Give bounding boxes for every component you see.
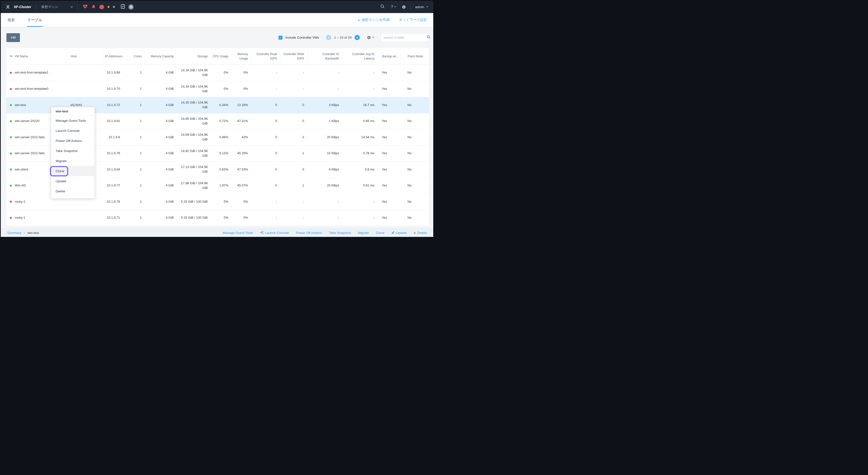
task-count-badge[interactable]: 0: [128, 4, 133, 9]
vm-name[interactable]: win-server-2022-failo: [15, 135, 44, 140]
app-window: X XF-Cluster 仮想マシン 0: [0, 0, 434, 238]
table-settings-gear-icon[interactable]: [367, 35, 374, 40]
vm-name[interactable]: rocky-2: [15, 199, 25, 204]
entity-menu-label: 仮想マシン: [41, 5, 58, 9]
context-menu-item-launch-console[interactable]: Launch Console: [51, 126, 94, 136]
vm-name[interactable]: win-server-2022-failo: [15, 151, 44, 156]
search-icon[interactable]: [380, 4, 385, 9]
cell-cores: 1: [127, 97, 144, 113]
pencil-icon: [392, 231, 395, 235]
context-menu-item-clone[interactable]: Clone: [51, 166, 94, 176]
previous-page-button[interactable]: [326, 35, 331, 40]
cell-io_bandwidth: -: [308, 210, 342, 226]
cell-value: 5.13%: [219, 151, 228, 156]
tab-overview[interactable]: 概要: [7, 13, 15, 27]
cell-mem: 45.07%: [232, 178, 251, 194]
tasks-clipboard-icon[interactable]: [121, 4, 125, 10]
cell-value: 3: [302, 135, 304, 140]
cell-cpu: 5.13%: [211, 146, 232, 162]
info-dot-icon[interactable]: [113, 6, 115, 8]
footer-action-update[interactable]: Update: [392, 231, 407, 235]
context-menu-item-migrate[interactable]: Migrate: [51, 156, 94, 166]
column-header[interactable]: Storage: [176, 48, 211, 64]
context-menu-item-manage-guest-tools[interactable]: Manage Guest Tools: [51, 116, 94, 126]
cell-memory: 4 GiB: [144, 178, 176, 194]
cell-value: 0: [302, 119, 304, 124]
column-header[interactable]: Controller Read IOPS: [251, 48, 280, 64]
cell-value: 0%: [243, 216, 248, 220]
cell-value: 10.1.9.78: [107, 199, 120, 204]
vm-name[interactable]: win-test-from-template1: [15, 70, 49, 75]
column-header[interactable]: Controller IO Bandwidth: [308, 48, 342, 64]
cell-value: 16.7 ms: [363, 103, 374, 107]
cell-backup: Yes: [377, 146, 401, 162]
context-menu-item-take-snapshot[interactable]: Take Snapshot: [51, 146, 94, 156]
footer-action-label: Update: [396, 231, 407, 235]
footer-action-launch-console[interactable]: Launch Console: [260, 231, 289, 235]
cell-value: -: [276, 216, 277, 220]
column-header[interactable]: Memory Usage: [232, 48, 251, 64]
vm-name[interactable]: win-client: [15, 167, 28, 172]
footer-action-migrate[interactable]: Migrate: [358, 231, 369, 235]
cell-value: Yes: [382, 135, 387, 140]
settings-gear-icon[interactable]: [402, 5, 406, 9]
health-heart-icon[interactable]: [83, 4, 88, 10]
nutanix-x-logo-icon[interactable]: X: [6, 4, 9, 10]
warning-dot-icon[interactable]: [107, 6, 110, 8]
cell-cpu: 0%: [211, 194, 232, 210]
cell-memory: 4 GiB: [144, 65, 176, 81]
column-header[interactable]: CPU Usage: [211, 48, 232, 64]
context-menu-item-update[interactable]: Update: [51, 176, 94, 186]
cell-value: 0.72%: [219, 119, 228, 124]
footer-action-delete[interactable]: ×Delete: [413, 231, 427, 235]
include-controller-vms-checkbox[interactable]: ✓: [279, 36, 282, 40]
footer-action-power-off-actions[interactable]: Power Off Actions: [296, 231, 322, 235]
user-menu-label[interactable]: admin: [415, 5, 424, 9]
network-config-link[interactable]: ネットワーク設定: [399, 18, 427, 22]
breadcrumb-summary-link[interactable]: Summary: [7, 231, 22, 235]
cell-io_bandwidth: 20 KBps: [308, 178, 342, 194]
next-page-button[interactable]: [354, 35, 360, 40]
cluster-name: XF-Cluster: [14, 5, 31, 9]
column-header[interactable]: Cores: [127, 48, 144, 64]
table-search-input[interactable]: [383, 36, 427, 39]
table-row[interactable]: rocky-110.1.9.7114 GiB5.33 GiB / 100 GiB…: [6, 210, 429, 226]
critical-alert-dot-icon[interactable]: [99, 5, 104, 9]
column-header[interactable]: IP Addresses: [103, 48, 127, 64]
column-header[interactable]: Controller Avg IO Latency: [342, 48, 377, 64]
column-header-label: Memory Capacity: [151, 54, 174, 59]
context-menu-item-delete[interactable]: Delete: [51, 186, 94, 196]
vm-name[interactable]: win-server-20220: [15, 119, 39, 124]
footer-action-take-snapshot[interactable]: Take Snapshot: [329, 231, 351, 235]
cell-value: 1: [140, 87, 142, 91]
search-icon: [427, 35, 431, 40]
column-header[interactable]: Memory Capacity: [144, 48, 176, 64]
vm-name[interactable]: win-test: [15, 103, 26, 107]
entity-menu-dropdown[interactable]: 仮想マシン: [41, 5, 72, 9]
cell-value: 0.34%: [219, 103, 228, 107]
column-header[interactable]: Flash Mode: [401, 48, 429, 64]
cell-value: 14.54 ms: [362, 135, 374, 140]
vm-name[interactable]: rocky-1: [15, 216, 25, 220]
cell-mem: 0%: [232, 65, 251, 81]
cell-value: -: [338, 70, 339, 75]
tab-table[interactable]: テーブル: [27, 13, 42, 27]
help-menu[interactable]: ?: [391, 5, 396, 9]
column-header[interactable]: VM Name: [6, 48, 66, 64]
alerts-bell-icon[interactable]: [91, 4, 96, 10]
vm-name[interactable]: Win-AD: [15, 183, 26, 188]
footer-action-clone[interactable]: Clone: [376, 231, 384, 235]
vm-name[interactable]: win-test-from-template0: [15, 87, 49, 91]
column-header[interactable]: Controller Write IOPS: [280, 48, 308, 64]
cell-cpu: 0.89%: [211, 129, 232, 146]
context-menu-item-power-off-actions[interactable]: Power Off Actions: [51, 136, 94, 146]
table-row[interactable]: win-test-from-template110.1.9.6914 GiB14…: [6, 65, 429, 81]
vm-type-button[interactable]: VM: [6, 33, 20, 42]
cell-value: -: [338, 199, 339, 204]
footer-action-manage-guest-tools[interactable]: Manage Guest Tools: [223, 231, 253, 235]
cell-memory: 4 GiB: [144, 146, 176, 162]
column-header[interactable]: Backup an...: [377, 48, 401, 64]
column-header[interactable]: Host: [66, 48, 103, 64]
create-vm-link[interactable]: + 仮想マシンを作成: [358, 18, 390, 22]
table-row[interactable]: win-test-from-template010.1.9.7014 GiB14…: [6, 81, 429, 97]
